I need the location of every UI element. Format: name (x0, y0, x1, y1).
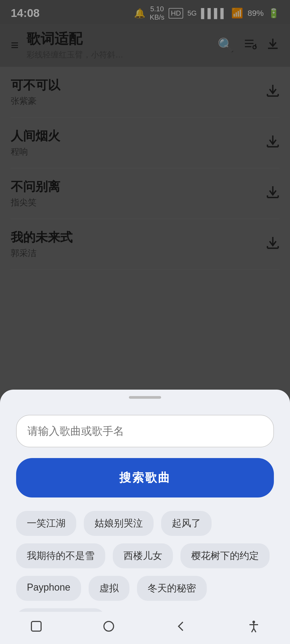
search-input-wrap (16, 415, 274, 447)
svg-point-25 (252, 621, 255, 623)
tag-item-0[interactable]: 一笑江湖 (16, 511, 76, 536)
svg-rect-23 (31, 621, 41, 631)
sheet-handle-wrap (16, 390, 274, 404)
search-button[interactable]: 搜索歌曲 (16, 458, 274, 497)
svg-point-24 (104, 621, 114, 631)
tag-item-6[interactable]: Payphone (16, 576, 81, 601)
tag-item-4[interactable]: 西楼儿女 (113, 543, 173, 568)
song-search-input[interactable] (16, 415, 274, 447)
tag-item-8[interactable]: 冬天的秘密 (137, 576, 207, 601)
tag-item-7[interactable]: 虚拟 (89, 576, 129, 601)
svg-line-29 (254, 628, 256, 632)
tag-item-2[interactable]: 起风了 (161, 511, 212, 536)
tag-item-3[interactable]: 我期待的不是雪 (16, 543, 105, 568)
nav-bar (0, 612, 290, 644)
nav-back-icon[interactable] (174, 619, 188, 636)
nav-accessibility-icon[interactable] (247, 619, 261, 636)
bottom-sheet: 搜索歌曲 一笑江湖 姑娘别哭泣 起风了 我期待的不是雪 西楼儿女 樱花树下的约定… (0, 390, 290, 644)
tag-item-1[interactable]: 姑娘别哭泣 (84, 511, 154, 536)
sheet-handle (129, 396, 161, 399)
nav-square-icon[interactable] (29, 619, 43, 636)
tag-item-5[interactable]: 樱花树下的约定 (180, 543, 270, 568)
nav-circle-icon[interactable] (102, 619, 116, 636)
svg-line-28 (252, 628, 254, 632)
